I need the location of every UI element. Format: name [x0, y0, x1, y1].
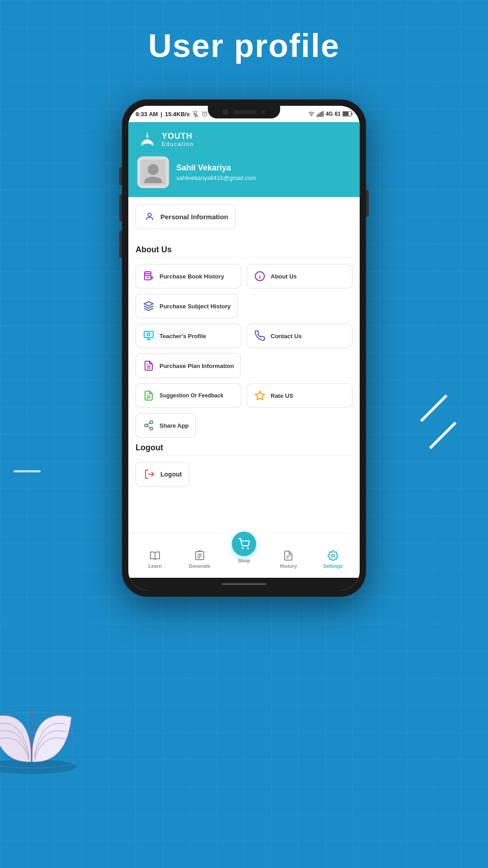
- brand-name: YOUTH: [162, 132, 194, 141]
- page-title: User profile: [0, 27, 488, 64]
- share-icon: [142, 419, 155, 432]
- rate-us-button[interactable]: Rate US: [247, 383, 352, 408]
- user-email: sahilvekariya8415@gmail.com: [176, 175, 256, 181]
- menu-grid: Purchase Book History About Us: [136, 264, 352, 438]
- history-nav-icon: [282, 550, 294, 561]
- sensor: [262, 110, 265, 114]
- status-sep: |: [160, 111, 162, 118]
- home-bar: [221, 583, 267, 585]
- teacher-icon: [143, 330, 154, 341]
- status-time: 9:33 AM: [136, 111, 158, 118]
- share-app-label: Share App: [160, 422, 189, 429]
- svg-rect-9: [322, 111, 323, 117]
- suggestion-feedback-button[interactable]: Suggestion Or Feedback: [136, 383, 241, 408]
- user-details: Sahil Vekariya sahilvekariya8415@gmail.c…: [176, 163, 256, 181]
- personal-information-button[interactable]: Personal Information: [136, 204, 236, 229]
- generate-nav-label: Generate: [189, 563, 211, 569]
- feedback-icon-svg: [143, 390, 154, 401]
- history-nav-label: History: [280, 563, 297, 569]
- generate-nav-icon: [194, 550, 206, 561]
- feedback-icon: [142, 389, 155, 402]
- purchase-plan-information-button[interactable]: Purchase Plan Information: [136, 354, 241, 378]
- menu-row-4: Purchase Plan Information: [136, 354, 352, 378]
- purchase-subject-history-button[interactable]: Purchase Subject History: [136, 294, 238, 318]
- svg-rect-6: [318, 113, 319, 117]
- purchase-plan-information-label: Purchase Plan Information: [160, 363, 234, 369]
- menu-row-5: Suggestion Or Feedback Rate US: [136, 383, 352, 408]
- contact-us-label: Contact Us: [271, 333, 302, 340]
- suggestion-feedback-label: Suggestion Or Feedback: [160, 392, 223, 399]
- nav-shop[interactable]: Shop: [222, 528, 266, 567]
- teacher-profile-icon: [142, 330, 155, 342]
- nav-generate[interactable]: Generate: [177, 546, 221, 572]
- user-info: Sahil Vekariya sahilvekariya8415@gmail.c…: [137, 156, 351, 188]
- learn-nav-icon: [149, 550, 161, 561]
- silent-button: [119, 231, 122, 258]
- logout-button[interactable]: Logout: [136, 462, 189, 486]
- rate-us-icon: [253, 389, 266, 402]
- settings-nav-icon: [327, 550, 339, 561]
- shop-nav-label: Shop: [238, 558, 250, 563]
- phone-notch: [208, 106, 280, 118]
- purchase-book-history-label: Purchase Book History: [160, 273, 224, 280]
- book-open-icon: [150, 551, 160, 561]
- cart-icon: [238, 538, 250, 550]
- deco-line-2: [429, 422, 457, 449]
- shop-circle: [232, 532, 256, 556]
- home-indicator: [128, 578, 360, 590]
- app-header: YOUTH Education Sahil Vekariya sahilveka…: [128, 122, 360, 197]
- mute-icon: [192, 111, 199, 117]
- nav-settings[interactable]: Settings: [311, 546, 355, 572]
- bottom-navigation: Learn Generate: [128, 533, 360, 578]
- volume-up-button: [119, 167, 122, 185]
- personal-info-icon: [145, 212, 155, 222]
- svg-rect-21: [144, 331, 153, 338]
- signal-icon: [317, 111, 324, 117]
- network-type: 4G: [326, 111, 333, 117]
- phone-screen: 9:33 AM | 15.4KB/s 4G: [128, 106, 360, 590]
- teachers-profile-button[interactable]: Teacher's Profile: [136, 324, 241, 348]
- svg-point-40: [248, 548, 249, 549]
- nav-learn[interactable]: Learn: [133, 546, 177, 572]
- about-us-label: About Us: [271, 273, 297, 280]
- book-decoration: [0, 687, 81, 787]
- settings-nav-label: Settings: [323, 563, 343, 569]
- logo-icon: [137, 129, 157, 149]
- about-us-button[interactable]: About Us: [247, 264, 352, 288]
- menu-row-3: Teacher's Profile Contact Us: [136, 324, 352, 348]
- subject-icon: [143, 301, 154, 311]
- brand-sub: Education: [162, 141, 194, 147]
- contact-us-button[interactable]: Contact Us: [247, 324, 352, 348]
- volume-down-button: [119, 194, 122, 222]
- svg-line-32: [147, 426, 150, 428]
- star-icon-svg: [254, 390, 265, 401]
- status-right: 4G 61: [308, 111, 352, 117]
- app-content[interactable]: Personal Information About Us: [128, 197, 360, 533]
- plan-info-icon: [142, 359, 155, 372]
- learn-nav-label: Learn: [148, 563, 162, 569]
- deco-line-1: [420, 395, 448, 422]
- nav-history[interactable]: History: [266, 546, 310, 572]
- purchase-book-history-button[interactable]: Purchase Book History: [136, 264, 241, 288]
- svg-point-29: [150, 421, 153, 424]
- svg-rect-12: [343, 112, 349, 116]
- teachers-profile-label: Teacher's Profile: [160, 333, 206, 340]
- phone-frame: 9:33 AM | 15.4KB/s 4G: [122, 99, 366, 597]
- share-app-button[interactable]: Share App: [136, 413, 196, 438]
- battery-percent: 61: [335, 111, 341, 117]
- file-icon: [283, 550, 293, 561]
- book-history-icon: [142, 270, 155, 283]
- person-icon: [143, 210, 156, 223]
- subject-history-icon: [142, 300, 155, 312]
- avatar: [137, 156, 169, 188]
- avatar-icon: [141, 160, 166, 185]
- svg-point-15: [148, 164, 159, 175]
- purchase-subject-history-label: Purchase Subject History: [160, 303, 231, 310]
- plan-icon-svg: [143, 360, 154, 371]
- svg-point-31: [150, 427, 153, 430]
- svg-rect-8: [321, 112, 322, 117]
- purchase-book-icon: [143, 271, 154, 282]
- menu-row-6: Share App: [136, 413, 352, 438]
- speaker: [234, 110, 256, 114]
- alarm-icon: [202, 111, 208, 117]
